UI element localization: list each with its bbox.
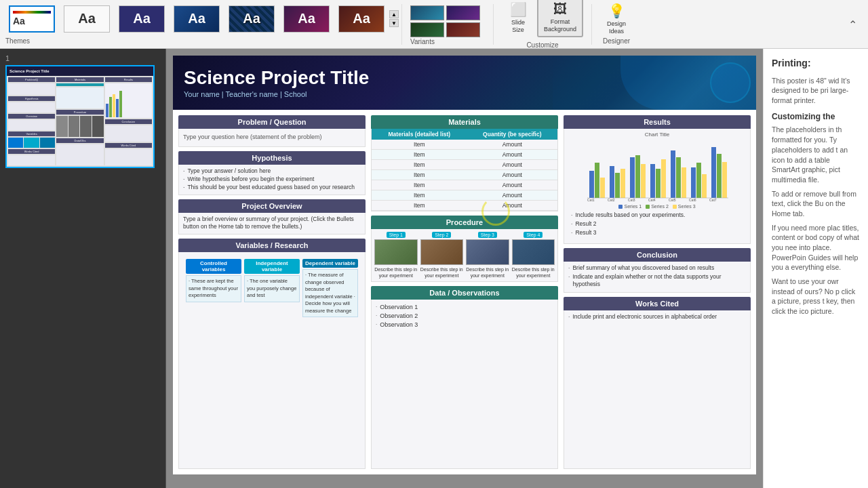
legend-2: Series 2 [646,204,669,209]
bullet-dot: · [568,273,570,288]
themes-section: Aa Aa Aa [5,2,399,36]
overview-content[interactable]: Type a brief overview or summary of your… [178,213,366,235]
result-bullet-1: ·Include results based on your experimen… [571,211,743,219]
format-background-button[interactable]: 🖼 Format Background [537,0,583,37]
theme-item-3[interactable]: Aa [115,2,168,36]
obs-text: Observation 3 [380,321,418,328]
themes-scroll-arrows[interactable]: ▲ ▼ [389,10,399,27]
slide-number: 1 [5,54,160,62]
conclusion-text: Indicate and explain whether or not the … [572,273,746,288]
theme-item-5[interactable]: Aa [225,2,278,36]
design-ideas-icon: 💡 [608,3,625,19]
results-section: Results Chart Title [564,115,751,244]
observations-section: Data / Observations ·Observation 1·Obser… [371,286,558,469]
main-area: 1 Science Project Title Problem/Q Hypoth… [0,49,868,488]
variant-4[interactable] [446,22,480,37]
printing-text: This poster is 48" wid It's designed to … [772,76,860,106]
hypothesis-section: Hypothesis ·Type your answer / solution … [178,151,366,195]
svg-rect-0 [589,171,594,198]
amount-cell: Amount [467,140,557,150]
scroll-up[interactable]: ▲ [389,10,399,18]
works-cited-content[interactable]: ·Include print and electronic sources in… [564,310,751,469]
themes-label: Themes [5,37,30,45]
slide-subtitle[interactable]: Your name | Teacher's name | School [184,90,745,98]
item-cell: Item [372,190,467,201]
theme-item-6[interactable]: Aa [280,2,333,36]
step-desc-2: Describe this step in your experiment [420,266,464,279]
variables-content: Controlled variables · These are kept th… [178,252,366,469]
theme-item-7[interactable]: Aa [335,2,388,36]
legend-1: Series 1 [618,204,642,209]
chart-legend: Series 1 Series 2 Series 3 [567,204,747,209]
svg-rect-15 [691,167,696,198]
slide-body: Problem / Question Type your question he… [173,110,756,474]
amount-cell: Amount [467,170,557,180]
materials-row: ItemAmount [372,160,557,170]
variant-1[interactable] [410,5,444,20]
materials-content: Materials (detailed list) Quantity (be s… [371,129,558,211]
problem-content[interactable]: Type your question here (statement of th… [178,129,366,147]
slide-thumbnail-1[interactable]: Science Project Title Problem/Q Hypothes… [5,65,155,168]
conclusion-content[interactable]: ·Brief summary of what you discovered ba… [564,262,751,293]
independent-label: Independent variable [244,259,300,274]
amount-cell: Amount [467,201,557,211]
step-label: Step 4 [524,232,542,238]
item-cell: Item [372,180,467,190]
obs-bullet: · [376,321,377,327]
works-cited-bullet-1: ·Include print and electronic sources in… [568,313,746,321]
hyp-bullet-3: ·This should be your best educated guess… [183,184,361,190]
materials-col1: Materials (detailed list) [372,129,467,140]
item-cell: Item [372,170,467,180]
conclusion-bullet-1: ·Brief summary of what you discovered ba… [568,264,746,272]
slide-canvas[interactable]: Science Project Title Your name | Teache… [173,56,756,474]
ribbon-collapse-button[interactable]: ⌃ [848,18,857,31]
theme-item-1[interactable]: Aa [5,2,58,36]
designer-label: Designer [603,37,630,45]
svg-rect-6 [630,157,635,198]
svg-rect-19 [717,154,722,198]
svg-text:Cat7: Cat7 [709,198,717,201]
overview-header: Project Overview [178,199,366,213]
svg-rect-8 [641,164,646,198]
step-label: Step 3 [478,232,497,238]
ribbon-row: Aa Aa Aa [5,0,863,49]
controlled-content: · These are kept the same throughout you… [186,275,241,302]
obs-text: Observation 1 [380,304,418,310]
step-label: Step 2 [432,232,451,238]
results-chart: Cat1 Cat2 Cat3 Cat4 Cat5 Cat6 Cat7 [567,140,747,201]
customizing-text: The placeholders in th formatted for you… [772,125,860,184]
materials-table: Materials (detailed list) Quantity (be s… [372,129,557,211]
controlled-var: Controlled variables · These are kept th… [186,259,241,317]
observations-content[interactable]: ·Observation 1·Observation 2·Observation… [371,300,558,469]
design-ideas-button[interactable]: 💡 Design Ideas [600,2,633,36]
slide-canvas-area[interactable]: Science Project Title Your name | Teache… [166,49,763,488]
svg-rect-18 [711,147,716,198]
chart-title: Chart Title [567,131,747,138]
legend-label-2: Series 2 [651,204,669,209]
problem-text: Type your question here (statement of th… [183,134,322,140]
variant-3[interactable] [410,22,444,37]
independent-content: · The one variable you purposely change … [244,275,300,302]
svg-text:Cat4: Cat4 [648,198,656,201]
result-bullet-2: ·Result 2 [571,220,743,228]
dependent-var: Dependent variable · The measure of chan… [302,259,358,317]
scroll-down[interactable]: ▼ [389,19,399,27]
bullet-dot: · [571,220,572,228]
procedure-section: Procedure Step 1 Describe this step in y… [371,216,558,282]
svg-text:Cat3: Cat3 [628,198,635,201]
slide-title[interactable]: Science Project Title [184,67,745,89]
svg-rect-5 [620,169,625,198]
step-desc-4: Describe this step in your experiment [512,266,555,279]
hypothesis-content[interactable]: ·Type your answer / solution here ·Write… [178,165,366,195]
slide-size-button[interactable]: ⬜ Slide Size [502,0,534,37]
step-label: Step 1 [387,232,406,238]
obs-bullet: · [376,312,377,319]
problem-section: Problem / Question Type your question he… [178,115,366,147]
theme-item-2[interactable]: Aa [60,2,113,36]
theme-item-4[interactable]: Aa [170,2,223,36]
svg-text:Cat5: Cat5 [669,198,676,201]
middle-column: Materials Materials (detailed list) Quan… [371,115,558,469]
variant-2[interactable] [446,5,480,20]
printing-title: Printing: [772,57,860,70]
materials-row: ItemAmount [372,180,557,190]
